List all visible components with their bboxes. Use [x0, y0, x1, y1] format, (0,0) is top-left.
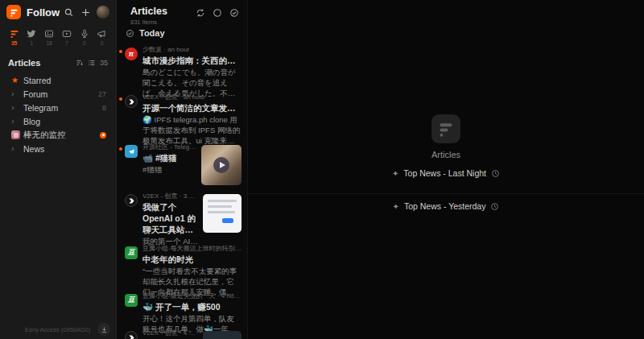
search-button[interactable]	[62, 5, 76, 19]
view-count: 0	[101, 40, 104, 46]
view-tab-social-media[interactable]: 1	[24, 29, 39, 46]
unread-dot	[119, 50, 122, 53]
list-title: Articles	[130, 6, 167, 17]
view-tab-pictures[interactable]: 18	[42, 29, 57, 46]
feed-favicon-v2ex	[125, 194, 138, 207]
favicon-glyph: π	[129, 50, 134, 58]
entry-title: 城市漫步指南：关西的夏日重现	[142, 55, 242, 66]
chevron-right-icon: ›	[11, 103, 21, 112]
clock-icon	[490, 202, 499, 211]
view-tab-articles[interactable]: 35	[6, 29, 22, 46]
article-list-panel: Articles 831 Items Today π	[118, 0, 247, 339]
webpage-thumbnail[interactable]	[203, 194, 242, 233]
empty-state-label: Articles	[248, 150, 644, 159]
app-logo-icon[interactable]	[6, 5, 21, 19]
twitter-bird-icon	[27, 29, 36, 39]
sort-icon[interactable]	[76, 59, 84, 67]
feed-favicon-v2ex	[125, 331, 138, 339]
feed-favicon	[11, 130, 20, 139]
today-label: Today	[139, 28, 165, 38]
check-circle-icon	[126, 29, 134, 38]
sidebar-item-label: Telegram	[23, 103, 102, 113]
articles-view-icon	[10, 29, 19, 39]
view-count: 7	[65, 40, 68, 46]
plus-icon	[80, 7, 91, 18]
sidebar-item-blog[interactable]: › Blog	[2, 114, 114, 128]
view-switcher: 35 1 18 7 0 0	[0, 24, 116, 49]
entry-body: V2EX - 创意 · 3 hours 我做了个 OpenAI o1 的聊天工具…	[142, 192, 198, 246]
download-button[interactable]	[97, 323, 110, 336]
sidebar-item-forum[interactable]: › Forum 27	[2, 87, 114, 101]
list-view-icon[interactable]	[88, 59, 96, 67]
view-tab-audios[interactable]: 0	[76, 29, 92, 46]
view-tab-videos[interactable]: 7	[59, 29, 74, 46]
daily-report-last-night[interactable]: ✦ Top News - Last Night	[248, 168, 644, 178]
sidebar-item-starred[interactable]: ★ Starred	[2, 73, 114, 87]
sidebar-header: Follow	[0, 0, 116, 24]
entry-body: V2EX - 创意 · 4 hours	[142, 329, 198, 339]
sidebar-footer: Early Access (0950AD0)	[0, 320, 116, 339]
sidebar-item-label: Forum	[23, 89, 98, 99]
sidebar-item-telegram[interactable]: › Telegram 8	[2, 101, 114, 114]
article-item[interactable]: V2EX - 创意 · 3 hours 我做了个 OpenAI o1 的聊天工具…	[118, 191, 247, 246]
sidebar-item-monitor-feed[interactable]: 棒无的监控	[2, 128, 114, 142]
divider	[248, 193, 644, 194]
unread-total-count: 35	[100, 59, 108, 67]
sidebar-item-news[interactable]: › News	[2, 142, 114, 155]
entry-meta: V2EX - 创意 · 3 hours	[142, 192, 198, 201]
empty-state: Articles	[248, 114, 644, 159]
megaphone-icon	[97, 29, 106, 39]
arrow-glyph	[128, 197, 135, 205]
article-item[interactable]: V2EX - 创意 · an hour 开源一个简洁的文章发布平台 🌍 IPFS…	[118, 92, 247, 146]
favicon-glyph: 豆	[128, 296, 135, 305]
article-item[interactable]: π 少数派 · an hour 城市漫步指南：关西的夏日重现 島のどこにでも、潮…	[118, 44, 247, 98]
clock-icon	[491, 169, 500, 178]
search-icon	[64, 7, 74, 18]
arrow-glyph	[128, 98, 135, 105]
version-label: Early Access (0950AD0)	[0, 326, 97, 333]
unread-dot	[119, 147, 122, 151]
entry-meta: 少数派 · an hour	[142, 46, 242, 54]
view-count: 1	[30, 40, 33, 46]
entry-meta: 豆瓣小组-每天搬运上班时的特别瞬间一起迷… · 3 hours	[142, 245, 242, 253]
refresh-button[interactable]	[196, 8, 205, 18]
feed-favicon-v2ex	[125, 95, 138, 108]
entry-body: 开源社区 - Telegram… · 2 hours 📹 #猫猫 #猫猫	[142, 143, 196, 185]
entry-title: 📹 #猫猫	[142, 152, 196, 163]
arrow-glyph	[128, 334, 135, 339]
sidebar-item-label: Blog	[23, 117, 106, 126]
mark-all-read-button[interactable]	[229, 8, 239, 18]
entry-body: V2EX - 创意 · an hour 开源一个简洁的文章发布平台 🌍 IPFS…	[142, 93, 242, 146]
thumbnail[interactable]	[203, 331, 242, 339]
sidebar-item-label: Starred	[23, 76, 106, 85]
favicon-glyph: 豆	[128, 248, 135, 258]
image-icon	[44, 29, 54, 39]
report-label: Top News - Yesterday	[404, 201, 486, 211]
follow-logo-large	[431, 114, 460, 143]
video-thumbnail[interactable]	[201, 145, 242, 185]
feed-favicon-douban: 豆	[125, 294, 138, 307]
star-icon: ★	[11, 76, 21, 85]
article-item[interactable]: 开源社区 - Telegram… · 2 hours 📹 #猫猫 #猫猫	[118, 142, 247, 185]
app-window: Follow 35 1 18 7	[0, 0, 644, 339]
add-button[interactable]	[79, 5, 93, 19]
user-avatar[interactable]	[97, 6, 109, 19]
article-item[interactable]: V2EX - 创意 · 4 hours	[118, 328, 247, 339]
video-icon	[62, 29, 72, 39]
follow-glyph-icon	[438, 121, 454, 137]
sparkle-icon: ✦	[393, 202, 399, 211]
view-tab-notifications[interactable]: 0	[94, 29, 109, 46]
sidebar: Follow 35 1 18 7	[0, 0, 117, 339]
entry-meta: 豆瓣小组-最近失业的一天 · 4 hours	[142, 292, 242, 300]
feed-favicon-sspai: π	[125, 48, 138, 60]
entry-title: 开源一个简洁的文章发布平台	[142, 102, 242, 114]
microphone-icon	[80, 29, 89, 39]
sparkle-icon: ✦	[392, 169, 398, 178]
unread-filter-button[interactable]	[213, 8, 222, 18]
feed-favicon-telegram	[125, 145, 138, 158]
feed-section-header: Articles 35	[8, 56, 108, 70]
check-circle-icon	[229, 8, 239, 18]
article-item[interactable]: 豆 豆瓣小组-每天搬运上班时的特别瞬间一起迷… · 3 hours 中老年的时光…	[118, 243, 247, 297]
chevron-right-icon: ›	[11, 89, 21, 98]
daily-report-yesterday[interactable]: ✦ Top News - Yesterday	[248, 201, 644, 211]
